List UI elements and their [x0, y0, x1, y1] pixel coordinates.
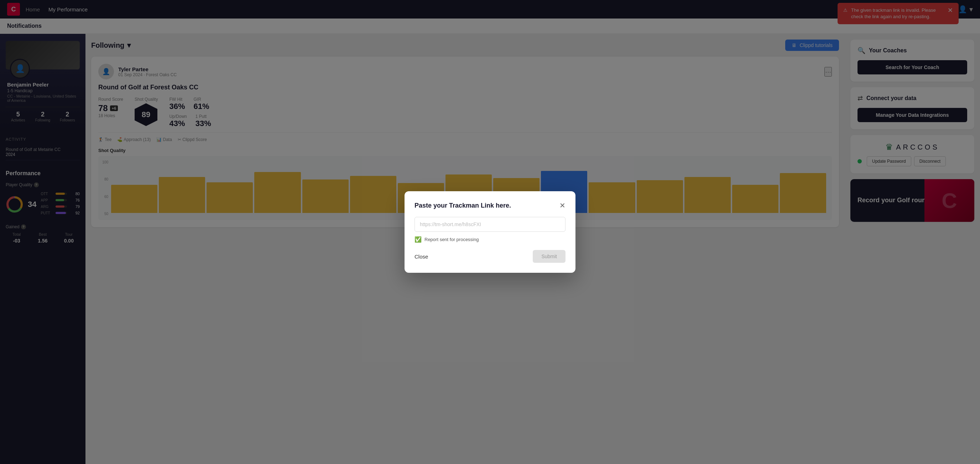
- modal-submit-button: Submit: [533, 250, 565, 263]
- modal-overlay: Paste your Trackman Link here. ✕ ✅ Repor…: [0, 0, 980, 464]
- modal-success-message: ✅ Report sent for processing: [415, 236, 565, 243]
- modal-close-text-button[interactable]: Close: [415, 254, 428, 260]
- success-icon: ✅: [415, 236, 422, 243]
- trackman-modal: Paste your Trackman Link here. ✕ ✅ Repor…: [404, 191, 576, 273]
- modal-title: Paste your Trackman Link here.: [415, 202, 511, 210]
- modal-header: Paste your Trackman Link here. ✕: [415, 201, 565, 210]
- trackman-link-input[interactable]: [415, 217, 565, 232]
- modal-actions: Close Submit: [415, 250, 565, 263]
- modal-close-button[interactable]: ✕: [560, 201, 565, 210]
